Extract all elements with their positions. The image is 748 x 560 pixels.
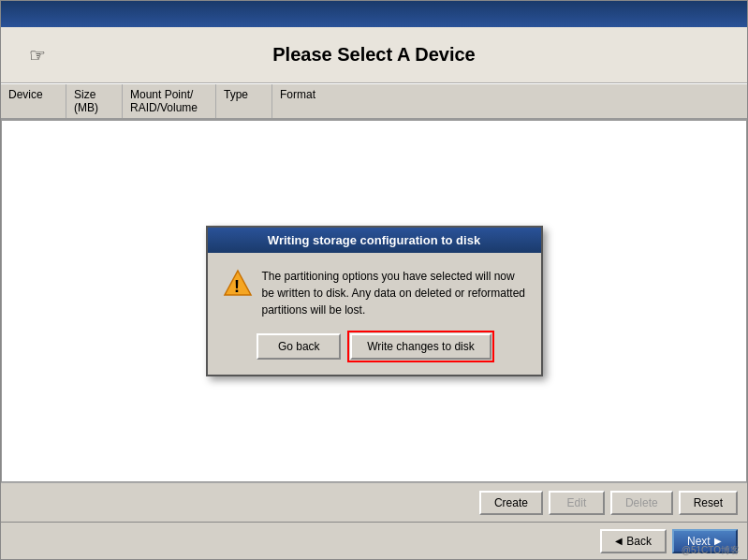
table-header: Device Size(MB) Mount Point/RAID/Volume … <box>1 83 747 120</box>
main-window: ☞ Please Select A Device Device Size(MB)… <box>0 0 748 560</box>
col-format: Format <box>272 84 338 118</box>
col-mount: Mount Point/RAID/Volume <box>123 84 216 118</box>
col-device: Device <box>1 84 66 118</box>
warning-icon: ! <box>223 268 253 298</box>
edit-button[interactable]: Edit <box>549 491 605 515</box>
dialog: Writing storage configuration to disk ! … <box>206 226 543 376</box>
delete-button[interactable]: Delete <box>610 491 673 515</box>
back-icon: ◀ <box>615 536 623 546</box>
watermark: @51CTO博客 <box>682 544 740 557</box>
dialog-message: ! The partitioning options you have sele… <box>223 268 526 318</box>
dialog-warning-text: The partitioning options you have select… <box>262 268 526 318</box>
back-label: Back <box>626 535 652 548</box>
nav-bar: ◀ Back Next ▶ <box>1 522 747 559</box>
reset-button[interactable]: Reset <box>679 491 738 515</box>
dialog-body: ! The partitioning options you have sele… <box>208 253 541 375</box>
top-banner <box>1 1 747 27</box>
dialog-buttons: Go back Write changes to disk <box>223 333 526 360</box>
write-changes-button[interactable]: Write changes to disk <box>350 333 491 360</box>
svg-text:!: ! <box>234 277 240 296</box>
back-button[interactable]: ◀ Back <box>600 529 667 553</box>
col-type: Type <box>216 84 272 118</box>
col-size: Size(MB) <box>66 84 123 118</box>
cursor-icon: ☞ <box>29 44 46 66</box>
go-back-button[interactable]: Go back <box>257 333 341 360</box>
bottom-toolbar: Create Edit Delete Reset <box>1 482 747 522</box>
page-title: Please Select A Device <box>272 44 475 66</box>
main-content: Writing storage configuration to disk ! … <box>1 120 747 482</box>
header-area: ☞ Please Select A Device <box>1 27 747 83</box>
create-button[interactable]: Create <box>479 491 543 515</box>
dialog-title-bar: Writing storage configuration to disk <box>208 228 541 253</box>
